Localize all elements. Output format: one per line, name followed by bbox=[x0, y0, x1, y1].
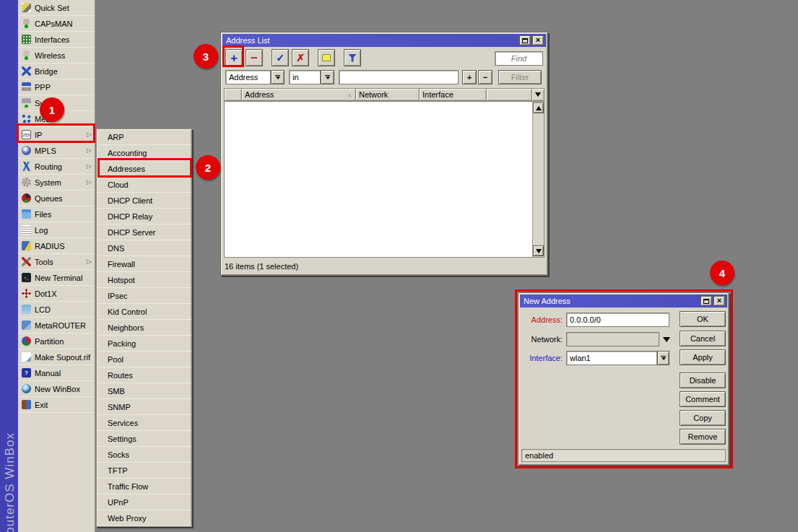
brand-stripe: RouterOS WinBox bbox=[0, 0, 18, 532]
filter-toggle-button[interactable] bbox=[344, 49, 361, 66]
sidebar-item-label: PPP bbox=[35, 83, 92, 92]
header-columns-dropdown-button[interactable] bbox=[532, 88, 545, 101]
sidebar-item-label: CAPsMAN bbox=[35, 19, 92, 28]
address-list-title: Address List bbox=[226, 36, 518, 45]
scroll-up-button[interactable] bbox=[533, 103, 544, 113]
address-list-titlebar[interactable]: Address List × bbox=[222, 34, 546, 47]
sidebar-item-quick-set[interactable]: Quick Set bbox=[18, 0, 95, 16]
radius-icon bbox=[22, 241, 31, 250]
sidebar-item-lcd[interactable]: LCD bbox=[18, 302, 95, 318]
ip-submenu-item-firewall[interactable]: Firewall bbox=[97, 256, 191, 272]
sidebar-item-dot1x[interactable]: Dot1X bbox=[18, 286, 95, 302]
enable-button[interactable]: ✓ bbox=[272, 49, 289, 66]
find-button[interactable]: Find bbox=[495, 51, 543, 66]
table-header-row: Address ▲ Network Interface bbox=[224, 88, 545, 101]
filter-apply-button[interactable]: Filter bbox=[498, 70, 542, 84]
ip-submenu-item-upnp[interactable]: UPnP bbox=[97, 494, 191, 510]
filter-operator-dropdown-button[interactable] bbox=[321, 70, 334, 84]
header-network-column[interactable]: Network bbox=[356, 88, 420, 101]
check-icon: ✓ bbox=[276, 53, 285, 63]
filter-remove-button[interactable]: − bbox=[478, 70, 493, 84]
log-icon bbox=[22, 225, 31, 235]
ip-submenu-item-dns[interactable]: DNS bbox=[97, 240, 191, 256]
ip-submenu-item-ipsec[interactable]: IPsec bbox=[97, 288, 191, 304]
sidebar-item-wireless[interactable]: Wireless bbox=[18, 48, 95, 64]
sidebar-item-bridge[interactable]: Bridge bbox=[18, 64, 95, 79]
sidebar-item-exit[interactable]: Exit bbox=[18, 397, 95, 413]
sidebar-item-tools[interactable]: Tools▷ bbox=[18, 254, 95, 270]
sidebar-item-label: Wireless bbox=[35, 51, 92, 60]
sidebar-item-make-supout-rif[interactable]: Make Supout.rif bbox=[18, 349, 95, 365]
sidebar-item-label: New WinBox bbox=[35, 385, 92, 393]
sidebar-item-queues[interactable]: Queues bbox=[18, 191, 95, 206]
sidebar-item-routing[interactable]: Routing▷ bbox=[18, 159, 95, 175]
filter-add-button[interactable]: + bbox=[462, 70, 477, 84]
sidebar-item-radius[interactable]: RADIUS bbox=[18, 238, 95, 254]
remove-button[interactable]: − bbox=[246, 49, 263, 66]
scroll-down-button[interactable] bbox=[533, 245, 544, 256]
ip-submenu-item-neighbors[interactable]: Neighbors bbox=[97, 320, 191, 336]
comment-button[interactable] bbox=[318, 49, 335, 66]
ip-submenu-item-settings[interactable]: Settings bbox=[97, 431, 191, 447]
minus-icon: − bbox=[251, 52, 258, 64]
submenu-item-label: DNS bbox=[108, 244, 188, 253]
ip-submenu-item-dhcp-server[interactable]: DHCP Server bbox=[97, 224, 191, 240]
sidebar-item-label: Make Supout.rif bbox=[35, 353, 92, 362]
submenu-item-label: DHCP Server bbox=[108, 228, 188, 237]
ip-submenu-item-traffic-flow[interactable]: Traffic Flow bbox=[97, 479, 191, 494]
tools-icon bbox=[22, 257, 31, 266]
submenu-item-label: SMB bbox=[108, 387, 188, 396]
sidebar-item-new-winbox[interactable]: New WinBox bbox=[18, 381, 95, 397]
header-address-column[interactable]: Address ▲ bbox=[242, 88, 356, 101]
ip-submenu-item-cloud[interactable]: Cloud bbox=[97, 177, 191, 193]
sidebar-item-new-terminal[interactable]: >_New Terminal bbox=[18, 270, 95, 286]
maximize-button[interactable] bbox=[519, 35, 531, 45]
filter-operator-select[interactable]: in bbox=[289, 70, 321, 84]
header-selector-column[interactable] bbox=[224, 88, 242, 101]
sidebar-item-ppp[interactable]: PPP bbox=[18, 79, 95, 95]
address-table-body[interactable] bbox=[224, 101, 545, 258]
ip-submenu-item-socks[interactable]: Socks bbox=[97, 447, 191, 463]
sidebar-item-files[interactable]: Files bbox=[18, 206, 95, 222]
sidebar-item-manual[interactable]: ?Manual bbox=[18, 365, 95, 381]
sidebar-item-log[interactable]: Log bbox=[18, 222, 95, 238]
sidebar-item-mpls[interactable]: MPLS▷ bbox=[18, 143, 95, 159]
ip-submenu-item-dhcp-client[interactable]: DHCP Client bbox=[97, 193, 191, 209]
annotation-step-1: 1 bbox=[40, 97, 64, 122]
ip-submenu-item-kid-control[interactable]: Kid Control bbox=[97, 304, 191, 320]
ip-submenu-item-arp[interactable]: ARP bbox=[97, 129, 191, 145]
submenu-item-label: UPnP bbox=[108, 498, 188, 507]
ip-submenu-item-services[interactable]: Services bbox=[97, 415, 191, 431]
sidebar-item-label: System bbox=[35, 178, 83, 187]
sidebar-item-metarouter[interactable]: MetaROUTER bbox=[18, 318, 95, 333]
brand-vertical-text: RouterOS WinBox bbox=[3, 432, 17, 532]
sidebar-item-label: MPLS bbox=[35, 147, 83, 155]
ip-submenu-item-hotspot[interactable]: Hotspot bbox=[97, 272, 191, 288]
sidebar-item-partition[interactable]: Partition bbox=[18, 333, 95, 349]
filter-value-input[interactable] bbox=[339, 70, 459, 84]
filter-field-select[interactable]: Address bbox=[225, 70, 271, 84]
close-button[interactable]: × bbox=[532, 35, 544, 45]
ip-submenu-item-pool[interactable]: Pool bbox=[97, 352, 191, 367]
annotation-box-add-button bbox=[222, 45, 244, 67]
sidebar-item-interfaces[interactable]: Interfaces bbox=[18, 32, 95, 48]
filter-row: Address in + − Filter bbox=[225, 70, 542, 84]
filter-field-dropdown-button[interactable] bbox=[271, 70, 285, 84]
ip-submenu-item-smb[interactable]: SMB bbox=[97, 383, 191, 399]
ip-submenu-item-packing[interactable]: Packing bbox=[97, 336, 191, 352]
ip-submenu: ARPAccountingAddressesCloudDHCP ClientDH… bbox=[96, 128, 192, 527]
sidebar-item-capsman[interactable]: CAPsMAN bbox=[18, 16, 95, 32]
disable-button[interactable]: ✗ bbox=[292, 49, 309, 66]
sidebar-item-system[interactable]: System▷ bbox=[18, 175, 95, 191]
ip-submenu-item-tftp[interactable]: TFTP bbox=[97, 463, 191, 479]
ip-submenu-item-routes[interactable]: Routes bbox=[97, 367, 191, 383]
metarouter-icon bbox=[22, 320, 31, 330]
ip-submenu-item-web-proxy[interactable]: Web Proxy bbox=[97, 510, 191, 526]
annotation-box-addresses bbox=[97, 158, 192, 178]
ip-submenu-item-dhcp-relay[interactable]: DHCP Relay bbox=[97, 209, 191, 224]
vertical-scrollbar[interactable] bbox=[532, 102, 544, 257]
sidebar-menu: Quick SetCAPsMANInterfacesWirelessBridge… bbox=[18, 0, 95, 532]
ip-submenu-item-snmp[interactable]: SNMP bbox=[97, 399, 191, 415]
interfaces-icon bbox=[22, 35, 31, 44]
header-interface-column[interactable]: Interface bbox=[420, 88, 487, 101]
